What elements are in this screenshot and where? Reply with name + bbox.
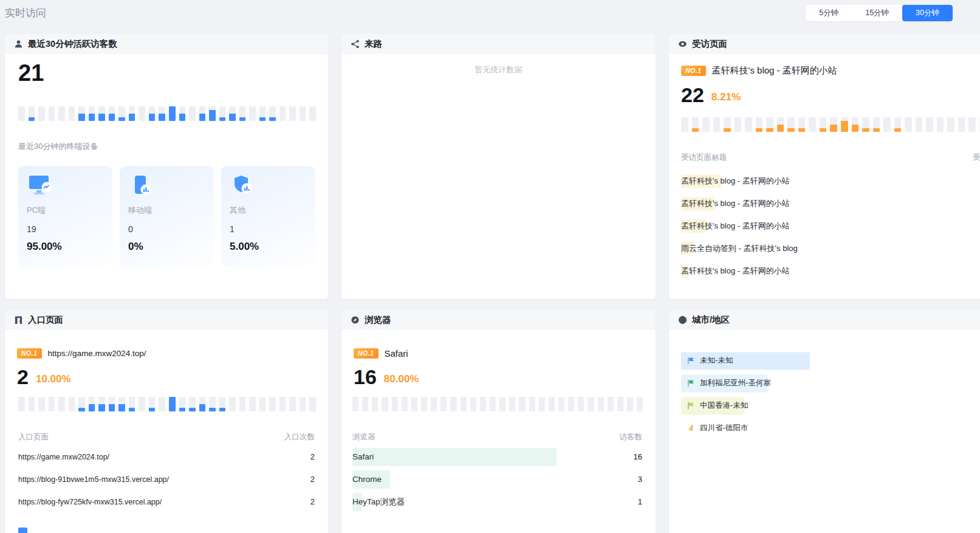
top-browser-stats: 16 80.00% (354, 366, 419, 387)
card-title: 来路 (365, 38, 382, 50)
card-title: 受访页面 (692, 38, 727, 50)
card-body: NO.1 Safari 16 80.00% 浏览器 访客数 Safari 16 (341, 330, 656, 533)
page-title-text: 孟轩科技's blog - 孟轩网的小站 (681, 198, 790, 209)
visitor-count: 16 (634, 452, 642, 461)
top-page-stats: 22 8.21% (681, 84, 741, 105)
chart-bar (239, 106, 246, 121)
chart-bar (269, 397, 276, 411)
top-page-row: NO.1 孟轩科技's blog - 孟轩网的小站 (681, 65, 837, 77)
table-row[interactable]: Chrome 3 (352, 468, 642, 490)
chart-bar (29, 397, 35, 411)
col-entry-count: 入口次数 (284, 432, 315, 442)
chart-bar (149, 397, 156, 411)
device-tiles: PC端 19 95.00% 移动端 0 0% (18, 166, 315, 267)
card-header: 来路 (341, 34, 656, 54)
chart-bar (159, 397, 165, 411)
city-list: 未知-未知 加利福尼亚州-圣何塞 (681, 349, 980, 439)
chart-bar (289, 106, 296, 121)
chart-bar (239, 397, 246, 411)
card-title: 入口页面 (28, 314, 63, 326)
entry-pages-card: 入口页面 NO.1 https://game.mxw2024.top/ 2 10… (5, 310, 328, 533)
chart-bar (372, 397, 378, 411)
top-browser-value: 16 (354, 366, 377, 387)
list-item[interactable]: 中国香港-未知 (681, 394, 980, 417)
chart-bar (362, 397, 368, 411)
time-filter-group: 5分钟 15分钟 30分钟 (806, 5, 953, 21)
col-visitors: 访客数 (620, 432, 643, 442)
device-tile-other: 其他 1 5.00% (221, 166, 315, 267)
chart-bar (249, 106, 256, 121)
eye-icon (678, 40, 687, 49)
page-title-text: 雨云全自动签到 - 孟轩科技's blog (681, 243, 798, 254)
chart-bar (38, 106, 45, 121)
device-label: 其他 (230, 205, 307, 216)
chart-bar (18, 106, 25, 121)
device-percent: 95.00% (27, 241, 104, 253)
mobile-icon (128, 188, 156, 199)
top-entry-percent: 10.00% (36, 373, 71, 387)
chart-bar (169, 106, 176, 121)
table-header: 浏览器 访客数 (352, 432, 642, 442)
chart-bar (809, 117, 816, 132)
list-header-title: 受访页面标题 (681, 153, 727, 163)
empty-state-text: 暂无统计数据 (341, 64, 656, 75)
chart-bar (352, 397, 358, 411)
entry-count: 2 (310, 452, 315, 461)
chart-bar (118, 397, 125, 411)
page-title-text: 孟轩科技's blog - 孟轩网的小站 (681, 266, 790, 277)
chart-bar (411, 397, 417, 411)
top-browser-row: NO.1 Safari (354, 348, 408, 359)
chart-bar (98, 397, 105, 411)
list-item[interactable]: 孟轩科技's blog - 孟轩网的小站 (681, 215, 967, 237)
chart-bar (558, 397, 564, 411)
chart-bar (58, 397, 65, 411)
table-row[interactable]: HeyTap浏览器 1 (352, 490, 642, 513)
chart-bar (916, 117, 923, 132)
list-item[interactable]: 孟轩科技's blog - 孟轩网的小站 (681, 170, 967, 192)
device-percent: 5.00% (230, 241, 307, 253)
list-item[interactable]: 加利福尼亚州-圣何塞 (681, 372, 980, 394)
list-item[interactable]: 孟轩科技's blog - 孟轩网的小站 (681, 192, 967, 215)
device-tile-mobile: 移动端 0 0% (120, 166, 214, 267)
list-item[interactable]: 未知-未知 (681, 349, 980, 372)
active-visitors-value: 21 (18, 61, 44, 84)
chart-bar (219, 106, 226, 121)
chart-bar (509, 397, 515, 411)
table-row[interactable]: https://blog-91bvwe1m5-mxw315.vercel.app… (18, 468, 315, 490)
chart-bar (692, 117, 699, 132)
card-body: 暂无统计数据 (341, 54, 656, 299)
time-filter-15min[interactable]: 15分钟 (852, 5, 902, 21)
device-label: PC端 (27, 205, 104, 216)
chart-bar (69, 397, 75, 411)
chart-bar (98, 106, 105, 121)
list-item[interactable]: 孟轩科技's blog - 孟轩网的小站 (681, 260, 967, 282)
table-row[interactable]: Safari 16 (352, 445, 642, 468)
chart-bar (189, 397, 196, 411)
rank-flag-icon (687, 402, 695, 410)
browsers-chart (352, 397, 643, 411)
device-percent: 0% (128, 241, 205, 253)
chart-bar (873, 117, 880, 132)
list-item[interactable]: 雨云全自动签到 - 孟轩科技's blog (681, 237, 967, 260)
visited-pages-chart (681, 117, 980, 132)
rank-number: 4 (687, 424, 695, 433)
top-page-name[interactable]: 孟轩科技's blog - 孟轩网的小站 (712, 65, 837, 77)
chart-bar (259, 397, 266, 411)
chart-bar (179, 106, 186, 121)
device-value: 19 (27, 224, 104, 234)
time-filter-30min[interactable]: 30分钟 (902, 5, 953, 21)
chart-bar (588, 397, 594, 411)
table-row[interactable]: https://game.mxw2024.top/ 2 (18, 445, 315, 468)
top-entry-url[interactable]: https://game.mxw2024.top/ (48, 349, 146, 358)
chart-bar (259, 106, 266, 121)
table-row[interactable]: https://blog-fyw725kfv-mxw315.vercel.app… (18, 490, 315, 513)
device-value: 1 (230, 224, 307, 234)
chart-bar (450, 397, 456, 411)
time-filter-5min[interactable]: 5分钟 (806, 5, 852, 21)
top-entry-stats: 2 10.00% (17, 366, 71, 387)
chart-bar (490, 397, 496, 411)
chart-bar (947, 117, 954, 132)
chart-bar (309, 397, 316, 411)
list-item[interactable]: 4 四川省-德阳市 (681, 417, 980, 439)
browser-icon (351, 315, 360, 325)
